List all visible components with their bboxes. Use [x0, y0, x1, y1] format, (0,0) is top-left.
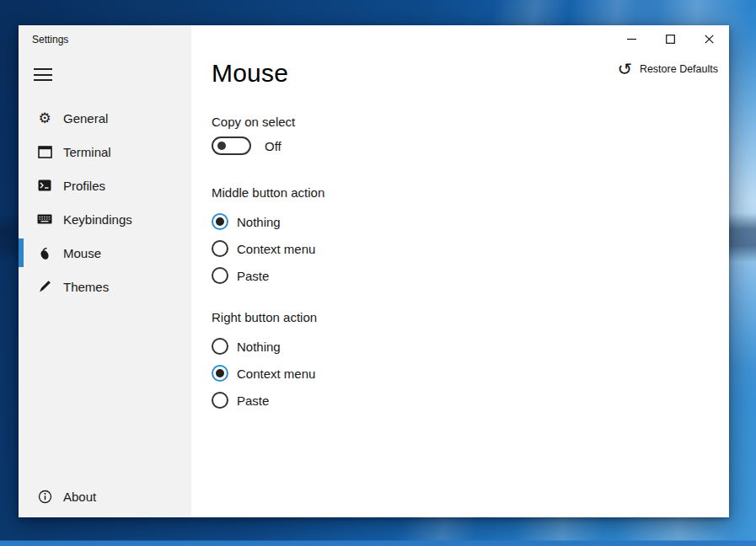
radio-option-label: Nothing [237, 340, 281, 354]
radio-icon [212, 240, 228, 257]
sidebar-item-mouse[interactable]: Mouse [19, 236, 191, 270]
page-title: Mouse [212, 59, 288, 88]
hamburger-icon [34, 68, 52, 70]
copy-on-select-label: Copy on select [212, 115, 295, 129]
radio-row[interactable]: Context menu [212, 240, 315, 257]
gear-icon: ⚙ [37, 110, 52, 126]
radio-option-label: Nothing [237, 215, 281, 229]
sidebar-item-label: Profiles [63, 179, 105, 193]
sidebar-item-label: About [63, 490, 96, 504]
main-panel: ↺ Restore Defaults Mouse Copy on select … [191, 25, 729, 517]
sidebar-item-general[interactable]: ⚙ General [19, 101, 191, 135]
sidebar-item-label: Terminal [63, 145, 111, 159]
radio-option-label: Paste [237, 393, 269, 408]
sidebar-item-label: Mouse [63, 246, 101, 260]
sidebar-nav: ⚙ General Terminal [19, 101, 191, 303]
undo-icon: ↺ [618, 61, 633, 78]
sidebar-item-label: General [63, 111, 108, 126]
window-title: Settings [32, 34, 68, 46]
sidebar: Settings ⚙ General [19, 25, 191, 517]
middle-button-action-label: Middle button action [212, 185, 324, 200]
radio-icon [212, 338, 228, 355]
hamburger-menu-button[interactable] [34, 67, 54, 82]
right-button-action-label: Right button action [212, 310, 317, 324]
copy-on-select-toggle[interactable] [212, 136, 251, 155]
paintbrush-icon [37, 279, 52, 294]
radio-row[interactable]: Nothing [212, 338, 315, 355]
radio-row[interactable]: Paste [212, 267, 315, 284]
info-icon [37, 489, 52, 504]
sidebar-item-terminal[interactable]: Terminal [19, 135, 191, 169]
desktop-background: Settings ⚙ General [0, 0, 756, 546]
console-profile-icon [37, 178, 52, 193]
sidebar-item-about[interactable]: About [19, 479, 191, 513]
copy-on-select-state: Off [265, 139, 281, 153]
radio-icon [212, 365, 228, 382]
radio-row[interactable]: Nothing [212, 213, 315, 230]
settings-window: Settings ⚙ General [19, 25, 729, 517]
terminal-window-icon [37, 144, 52, 159]
restore-defaults-label: Restore Defaults [640, 63, 718, 75]
right-button-radio-group: Nothing Context menu Paste [212, 338, 315, 409]
sidebar-item-label: Keybindings [63, 212, 132, 227]
sidebar-item-profiles[interactable]: Profiles [19, 169, 191, 202]
sidebar-item-themes[interactable]: Themes [19, 270, 191, 303]
radio-icon [212, 213, 228, 230]
radio-option-label: Paste [237, 269, 269, 283]
radio-row[interactable]: Context menu [212, 365, 315, 382]
radio-icon [212, 267, 228, 284]
close-icon [705, 35, 714, 44]
middle-button-radio-group: Nothing Context menu Paste [212, 213, 315, 284]
radio-icon [212, 392, 228, 409]
maximize-icon [666, 35, 675, 44]
radio-option-label: Context menu [237, 242, 315, 256]
minimize-button[interactable] [612, 25, 651, 52]
close-button[interactable] [689, 25, 728, 52]
window-controls [612, 25, 728, 52]
sidebar-item-label: Themes [63, 280, 109, 294]
restore-defaults-button[interactable]: ↺ Restore Defaults [618, 61, 718, 78]
radio-option-label: Context menu [237, 367, 315, 381]
sidebar-item-keybindings[interactable]: Keybindings [19, 202, 191, 236]
radio-row[interactable]: Paste [212, 392, 315, 409]
keyboard-icon [37, 211, 52, 227]
maximize-button[interactable] [651, 25, 689, 52]
mouse-icon [37, 245, 52, 260]
toggle-knob [217, 142, 226, 150]
minimize-icon [627, 35, 636, 44]
copy-on-select-row: Off [212, 136, 281, 156]
